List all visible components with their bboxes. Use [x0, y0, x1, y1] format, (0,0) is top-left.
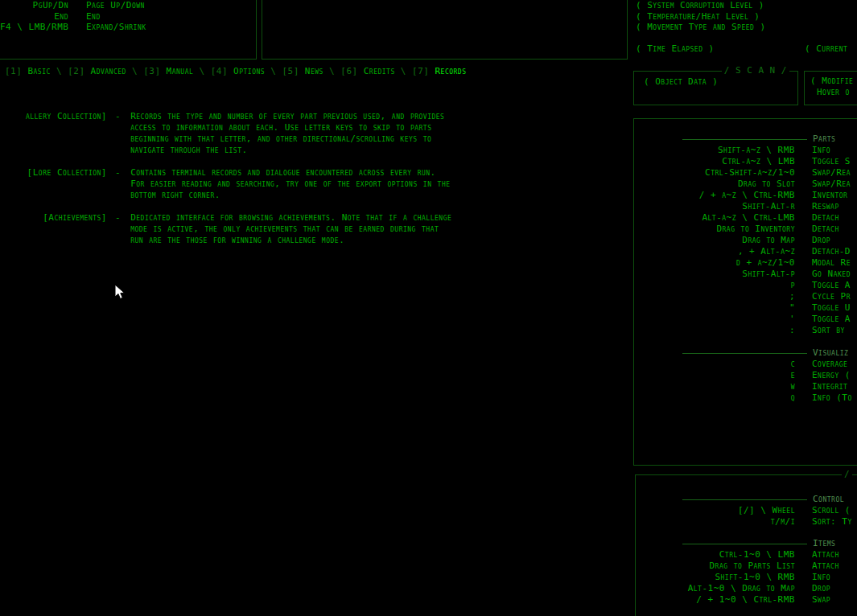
keybind-row: q Info (To [636, 392, 852, 404]
record-entry-achievements: [Achievements] - Dedicated interface for… [0, 212, 451, 246]
action-label: Coverage [812, 359, 847, 370]
help-tab[interactable]: [3]Manual \ [143, 66, 210, 77]
help-tab[interactable]: [1]Basic \ [5, 66, 68, 77]
action-label: Detach-D [812, 246, 851, 257]
help-tab[interactable]: [5]News \ [282, 66, 340, 77]
keybind-row: Shift-a~z \ RMB Info [636, 145, 851, 156]
action-label: Toggle A [812, 280, 851, 291]
keybind-row: p Toggle A [636, 280, 851, 291]
action-label: Sort: Ty [812, 516, 852, 528]
tab-number: [3] [143, 66, 160, 76]
tab-number: [6] [340, 66, 357, 76]
parts-section-header: Parts [636, 133, 851, 145]
key-label: Ctrl-a~z \ LMB [636, 156, 795, 167]
action-label: Attach [812, 549, 839, 561]
help-tab[interactable]: [7]Records [412, 66, 466, 77]
key-label: PgUp/Dn [0, 0, 68, 11]
visualization-keybind-list: c Coverage e Energy ( w Integrit q Info … [636, 359, 852, 404]
key-label: F4 \ LMB/RMB [0, 22, 68, 33]
hud-label-time-elapsed: ( Time Elapsed ) [636, 43, 715, 55]
help-tab[interactable]: [2]Advanced \ [68, 66, 143, 77]
keybind-row: Ctrl-a~z \ LMB Toggle S [636, 156, 851, 167]
key-label: Drag to Slot [636, 179, 795, 190]
control-section-header: Control [636, 494, 852, 505]
keybind-row: [/] \ Wheel Scroll ( [636, 505, 852, 516]
hud-label: ( Movement Type and Speed ) [636, 22, 766, 33]
key-label: e [636, 370, 795, 381]
action-label: Info (To [812, 392, 852, 404]
tab-label: Basic [27, 66, 50, 76]
tab-label: Manual [167, 66, 194, 76]
modified-label-line1: ( Modifie [805, 72, 857, 87]
key-label: Drag to Map [636, 235, 795, 246]
dash: - [115, 167, 121, 179]
items-section: Items Ctrl-1~0 \ LMB Attach Drag to Part… [636, 538, 839, 606]
key-label: , + Alt-a~z [636, 246, 795, 257]
description-line: access to information about each. Use le… [130, 122, 444, 133]
gallery-description: Records the type and number of every par… [130, 111, 444, 156]
key-label: Shift-1~0 \ RMB [636, 572, 795, 583]
description-line: Dedicated interface for browsing achieve… [130, 212, 451, 224]
tab-label: Advanced [91, 66, 126, 76]
tab-number: [5] [282, 66, 299, 76]
section-title: Items [813, 538, 835, 549]
tab-separator: \ [395, 66, 412, 76]
help-tab[interactable]: [6]Credits \ [340, 66, 412, 77]
key-label: / + 1~0 \ Ctrl-RMB [636, 594, 795, 606]
action-label: Drop [812, 235, 830, 246]
tab-number: [7] [412, 66, 429, 76]
items-section-header: Items [636, 538, 839, 549]
key-label: ; [636, 291, 795, 302]
record-entry-gallery: allery Collection] - Records the type an… [0, 111, 444, 156]
key-label: p [636, 280, 795, 291]
top-middle-box [262, 0, 628, 60]
keybind-row: / + 1~0 \ Ctrl-RMB Swap [636, 594, 839, 606]
key-label: Ctrl-Shift-a~z/1~0 [636, 167, 795, 179]
key-label: d + a~z/1~0 [636, 257, 795, 269]
keybind-row: Drag to Parts List Attach [636, 561, 839, 572]
key-label: End [0, 11, 68, 23]
action-label: Toggle A [812, 314, 851, 325]
section-title: Visualiz [813, 347, 848, 359]
keybind-row: " Toggle U [636, 302, 851, 314]
keybind-row: ' Toggle A [636, 314, 851, 325]
action-label: Detach [812, 224, 839, 235]
tab-separator: \ [323, 66, 340, 76]
key-label: w [636, 381, 795, 392]
key-label: [/] \ Wheel [636, 505, 795, 516]
record-entry-lore: [Lore Collection] - Contains terminal re… [0, 167, 451, 201]
control-keybind-list: [/] \ Wheel Scroll ( t/m/i Sort: Ty [636, 505, 852, 528]
description-line: For easier reading and searching, try on… [130, 179, 450, 190]
items-keybind-list: Ctrl-1~0 \ LMB Attach Drag to Parts List… [636, 549, 839, 606]
action-label: Swap/Rea [812, 179, 851, 190]
keybind-row: Drag to Inventory Detach [636, 224, 851, 235]
tab-number: [1] [5, 66, 22, 76]
tab-separator: \ [265, 66, 282, 76]
description-line: bottom right corner. [130, 190, 450, 201]
action-label: Page Up/Down [86, 0, 145, 11]
mouse-cursor-icon [114, 284, 126, 301]
key-label: q [636, 392, 795, 404]
key-label: Drag to Parts List [636, 561, 795, 572]
visualization-section-header: Visualiz [636, 347, 852, 359]
help-tab[interactable]: [4]Options \ [211, 66, 282, 77]
tab-separator: \ [193, 66, 210, 76]
section-title: Parts [813, 133, 835, 145]
achievements-link[interactable]: [Achievements] [0, 212, 107, 224]
key-label: t/m/i [636, 516, 795, 528]
section-rule [682, 353, 807, 354]
key-label: Alt-a~z \ Ctrl-LMB [636, 212, 795, 224]
help-keys-list: PgUp/Dn Page Up/Down End End F4 \ LMB/RM… [0, 0, 146, 33]
action-label: Sort by [812, 325, 845, 336]
action-label: Info [812, 572, 830, 583]
lore-collection-link[interactable]: [Lore Collection] [0, 167, 107, 179]
lore-description: Contains terminal records and dialogue e… [130, 167, 450, 201]
hud-label: ( System Corruption Level ) [636, 0, 766, 11]
keybind-row: Drag to Map Drop [636, 235, 851, 246]
keybind-row: Shift-1~0 \ RMB Info [636, 572, 839, 583]
key-label: c [636, 359, 795, 370]
keybind-row: : Sort by [636, 325, 851, 336]
tab-number: [2] [68, 66, 84, 76]
action-label: Attach [812, 561, 839, 572]
gallery-collection-link[interactable]: allery Collection] [0, 111, 107, 122]
